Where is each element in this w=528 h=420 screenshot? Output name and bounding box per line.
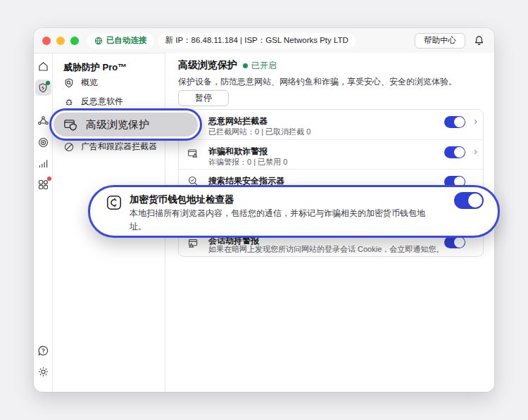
page-description: 保护设备，防范恶意网站、网络钓鱼和诈骗，享受安心、安全的浏览体验。 [178,76,457,88]
session-hijack-alerts-toggle[interactable] [444,236,465,248]
ip-info-text: 新 IP：86.48.11.184 | ISP：GSL Networks Pty… [165,35,348,46]
row-title: 诈骗和欺诈警报 [208,146,268,158]
rail-support-icon[interactable] [35,343,51,359]
malicious-website-blocker-toggle[interactable] [444,116,465,128]
sidebar-item-advanced-browsing-protection[interactable]: 高级浏览保护 [54,113,198,136]
browser-warning-icon [187,238,199,250]
sidebar-item-label: 反恶意软件 [81,96,123,108]
shield-search-icon [63,77,75,89]
row-subtitle: 如果在暗网上发现您所访问网站的登录会话 Cookie，会立即通知您。 [208,244,444,255]
active-status-dot [46,81,50,85]
chevron-right-icon[interactable]: › [474,146,477,157]
row-scam-fraud-alerts[interactable]: 诈骗和欺诈警报 诈骗警报：0 | 已禁用 0 › [179,140,483,170]
callout-title: 加密货币钱包地址检查器 [130,193,234,206]
sidebar-item-antimalware[interactable]: 反恶意软件 [63,96,123,108]
status-on-dot [243,63,248,68]
virus-icon [63,96,75,108]
row-subtitle: 已拦截网站：0 | 已取消拦截 0 [208,127,310,137]
browser-shield-icon [63,117,78,132]
scam-fraud-alerts-toggle[interactable] [444,146,465,158]
row-subtitle: 诈骗警报：0 | 已禁用 0 [208,157,287,167]
row-title: 恶意网站拦截器 [208,115,268,127]
crypto-wallet-checker-callout: 加密货币钱包地址检查器 本地扫描所有浏览器内容，包括您的通信，并标记与诈骗相关的… [88,185,500,238]
status-badge: 已开启 [243,60,277,72]
rail-threat-protection-icon[interactable] [35,79,51,96]
rail-apps-grid-icon[interactable] [35,177,51,193]
close-window-button[interactable] [42,37,51,45]
app-window: 已自动连接 新 IP：86.48.11.184 | ISP：GSL Networ… [34,28,494,392]
notifications-bell-icon[interactable] [474,35,484,46]
ip-info-pill: 新 IP：86.48.11.184 | ISP：GSL Networks Pty… [158,33,356,49]
icon-rail [34,53,53,392]
sidebar-item-label: 概览 [81,77,98,89]
crypto-coin-icon [106,194,122,211]
ad-blocker-icon [63,141,75,153]
connected-globe-icon [94,37,103,45]
sidebar-item-label: 广告和跟踪器拦截器 [81,141,157,153]
minimize-window-button[interactable] [56,37,65,45]
rail-home-icon[interactable] [35,58,51,75]
row-malicious-website-blocker[interactable]: 恶意网站拦截器 已拦截网站：0 | 已取消拦截 0 › [179,110,483,140]
help-center-button[interactable]: 帮助中心 [415,33,465,49]
rail-meshnet-icon[interactable] [35,113,51,129]
callout-description: 本地扫描所有浏览器内容，包括您的通信，并标记与诈骗相关的加密货币钱包地址。 [130,207,439,233]
rail-dark-web-monitor-icon[interactable] [35,134,51,151]
sidebar-item-ad-tracker-blocker[interactable]: 广告和跟踪器拦截器 [63,141,157,153]
sidebar-title: 威胁防护 Pro™ [63,61,127,74]
sidebar-item-label: 高级浏览保护 [86,118,149,132]
page-title: 高级浏览保护 [178,59,237,72]
zoom-window-button[interactable] [70,37,79,45]
rail-settings-gear-icon[interactable] [35,364,51,380]
sidebar-highlight-callout: 高级浏览保护 [49,108,202,141]
pause-button[interactable]: 暂停 [178,90,229,106]
browser-warning-icon [187,148,199,160]
titlebar: 已自动连接 新 IP：86.48.11.184 | ISP：GSL Networ… [34,28,494,53]
chevron-right-icon[interactable]: › [474,115,477,127]
connection-status-badge[interactable]: 已自动连接 [87,33,154,49]
connection-status-label: 已自动连接 [106,35,147,46]
sidebar-item-overview[interactable]: 概览 [63,77,98,89]
crypto-wallet-checker-toggle[interactable] [454,192,484,209]
notification-badge-dot [47,177,51,181]
rail-statistics-icon[interactable] [35,155,51,172]
traffic-lights [42,37,79,45]
status-label: 已开启 [251,60,277,72]
